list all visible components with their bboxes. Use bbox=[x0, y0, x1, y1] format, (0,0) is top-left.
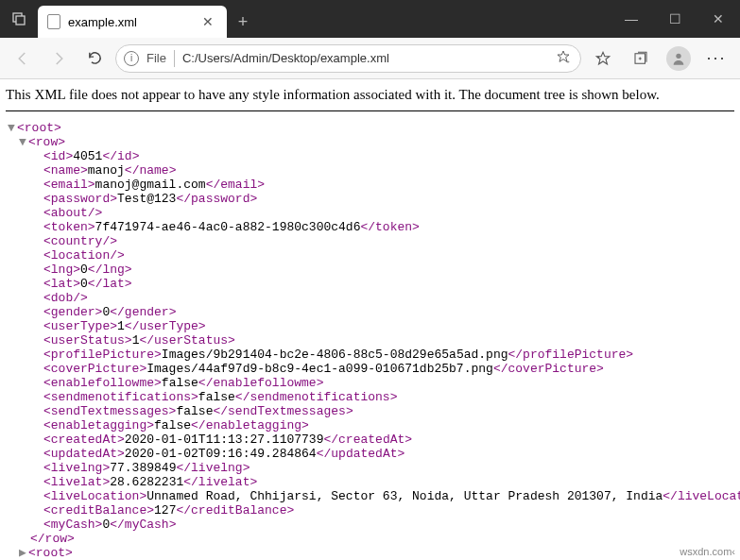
xml-tag: </sendmenotifications> bbox=[235, 390, 398, 404]
close-window-button[interactable]: ✕ bbox=[697, 0, 740, 38]
tab-close-button[interactable]: ✕ bbox=[198, 14, 217, 29]
xml-tag: </myCash> bbox=[110, 518, 176, 532]
xml-tag: <dob/> bbox=[43, 291, 88, 305]
xml-value: manoj@gmail.com bbox=[95, 178, 206, 192]
xml-tag: <id> bbox=[43, 149, 73, 163]
xml-value: false bbox=[162, 376, 198, 390]
xml-tag: </enablefollowme> bbox=[198, 376, 324, 390]
reload-button[interactable] bbox=[79, 43, 110, 74]
xml-tag: </userType> bbox=[125, 319, 206, 333]
xml-value: 2020-01-01T11:13:27.1107739 bbox=[125, 433, 324, 447]
caret-icon[interactable]: ▶ bbox=[19, 546, 28, 560]
profile-button[interactable] bbox=[663, 43, 695, 74]
page-content: This XML file does not appear to have an… bbox=[0, 79, 740, 560]
window-controls: — ☐ ✕ bbox=[610, 0, 740, 38]
favorites-button[interactable] bbox=[587, 43, 619, 74]
xml-value: manoj bbox=[88, 163, 125, 178]
xml-tag: <about/> bbox=[43, 206, 102, 220]
xml-tag: </token> bbox=[360, 220, 419, 234]
back-button[interactable] bbox=[8, 43, 38, 74]
xml-tag: <creditBalance> bbox=[43, 503, 154, 518]
xml-tag: </creditBalance> bbox=[176, 503, 294, 518]
xml-tag: <coverPicture> bbox=[43, 362, 146, 376]
separator bbox=[174, 50, 175, 67]
title-bar: example.xml ✕ + — ☐ ✕ bbox=[0, 0, 740, 38]
svg-point-4 bbox=[676, 53, 680, 58]
xml-tag: <country/> bbox=[43, 234, 117, 248]
xml-value: false bbox=[176, 404, 213, 418]
xml-tag: </lng> bbox=[88, 263, 132, 277]
toolbar: i File C:/Users/Admin/Desktop/example.xm… bbox=[0, 38, 740, 79]
xml-tag: <userStatus> bbox=[43, 333, 132, 348]
xml-tag: </updatedAt> bbox=[317, 447, 405, 461]
avatar-icon bbox=[666, 46, 691, 71]
tabs-button[interactable] bbox=[0, 0, 38, 38]
maximize-button[interactable]: ☐ bbox=[653, 0, 697, 38]
forward-button[interactable] bbox=[43, 43, 74, 74]
xml-tag: <gender> bbox=[43, 305, 102, 319]
favorite-button[interactable]: + bbox=[556, 49, 571, 67]
xml-tag: <sendmenotifications> bbox=[43, 390, 198, 404]
xml-tag: </lat> bbox=[88, 277, 132, 291]
xml-tag: </email> bbox=[206, 178, 265, 192]
caret-icon[interactable]: ▼ bbox=[19, 135, 28, 149]
xml-tag: <password> bbox=[43, 192, 117, 206]
xml-tag: </id> bbox=[102, 149, 139, 163]
xml-tag: <lng> bbox=[43, 263, 80, 277]
xml-value: 0 bbox=[80, 277, 88, 291]
xml-tag: </password> bbox=[176, 192, 257, 206]
xml-tag: </createdAt> bbox=[323, 433, 412, 447]
xml-tag: <updatedAt> bbox=[43, 447, 125, 461]
xml-value: 127 bbox=[154, 503, 176, 518]
xml-tag: </userStatus> bbox=[139, 333, 234, 348]
xml-tag: <sendTextmessages> bbox=[43, 404, 176, 418]
xml-value: 1 bbox=[117, 319, 125, 333]
xml-tag: <root> bbox=[17, 121, 61, 135]
xml-tag: </profilePicture> bbox=[508, 348, 634, 362]
minimize-button[interactable]: — bbox=[610, 0, 653, 38]
xml-tag: </row> bbox=[30, 532, 75, 546]
xml-value: false bbox=[154, 418, 191, 433]
xml-value: 4051 bbox=[73, 149, 102, 163]
xml-tag: <enabletagging> bbox=[43, 418, 154, 433]
xml-value: 77.389849 bbox=[110, 461, 176, 475]
xml-tag: </coverPicture> bbox=[493, 362, 604, 376]
xml-banner: This XML file does not appear to have an… bbox=[6, 85, 734, 111]
browser-tab[interactable]: example.xml ✕ bbox=[38, 6, 227, 38]
xml-tag: <enablefollowme> bbox=[43, 376, 162, 390]
xml-tag: <email> bbox=[43, 178, 95, 192]
xml-value: 7f471974-ae46-4ac0-a882-1980c300c4d6 bbox=[95, 220, 361, 234]
xml-tag: <token> bbox=[43, 220, 95, 234]
xml-tree[interactable]: ▼<root>▼<row><id>4051</id><name>manoj</n… bbox=[6, 121, 734, 560]
xml-tag: <createdAt> bbox=[43, 433, 125, 447]
xml-tag: <row> bbox=[28, 135, 65, 149]
xml-tag: <root> bbox=[28, 546, 73, 560]
address-bar[interactable]: i File C:/Users/Admin/Desktop/example.xm… bbox=[115, 44, 581, 73]
xml-tag: <name> bbox=[43, 163, 88, 178]
xml-value: false bbox=[198, 390, 235, 404]
url-text: C:/Users/Admin/Desktop/example.xml bbox=[182, 51, 548, 65]
xml-tag: </enabletagging> bbox=[191, 418, 309, 433]
xml-tag: <livelng> bbox=[43, 461, 110, 475]
xml-value: Images/9b291404-bc2e-4806-88c5-08d29e65a… bbox=[162, 348, 508, 362]
caret-icon[interactable]: ▼ bbox=[8, 121, 17, 135]
info-icon[interactable]: i bbox=[124, 51, 139, 66]
xml-tag: <livelat> bbox=[43, 475, 110, 489]
xml-tag: <lat> bbox=[43, 277, 80, 291]
url-scheme-label: File bbox=[146, 51, 166, 65]
xml-value: 28.6282231 bbox=[110, 475, 183, 489]
svg-rect-1 bbox=[16, 16, 25, 25]
watermark: wsxdn.com‹ bbox=[677, 545, 738, 558]
document-icon bbox=[47, 14, 60, 29]
xml-tag: <userType> bbox=[43, 319, 117, 333]
collections-button[interactable] bbox=[625, 43, 657, 74]
xml-tag: </livelng> bbox=[176, 461, 250, 475]
menu-button[interactable]: ··· bbox=[700, 43, 732, 74]
tab-title: example.xml bbox=[68, 15, 137, 29]
xml-value: Unnamed Road, Chhijarsi, Sector 63, Noid… bbox=[146, 489, 663, 503]
xml-tag: <liveLocation> bbox=[43, 489, 146, 503]
xml-tag: </gender> bbox=[110, 305, 176, 319]
xml-tag: </livelat> bbox=[183, 475, 257, 489]
xml-tag: </name> bbox=[125, 163, 177, 178]
new-tab-button[interactable]: + bbox=[227, 6, 259, 38]
